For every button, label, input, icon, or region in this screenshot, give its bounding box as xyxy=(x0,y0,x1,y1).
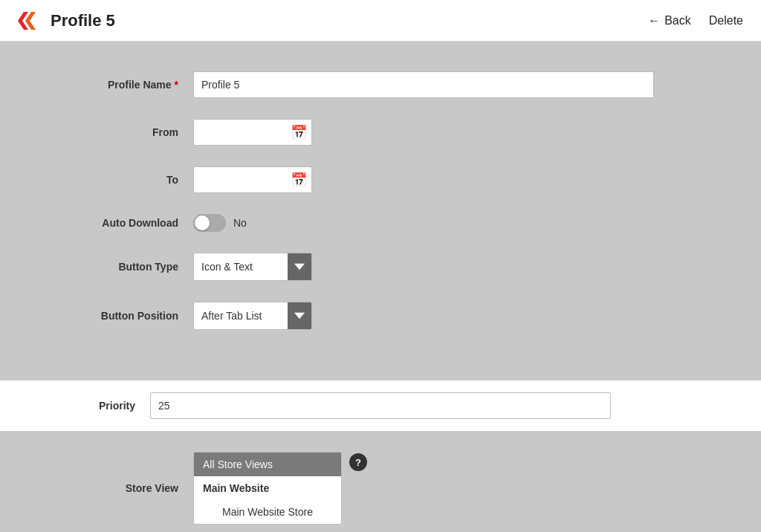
from-control: 📅 xyxy=(193,119,654,146)
from-label: From xyxy=(59,126,193,138)
store-view-option-main-website-store[interactable]: Main Website Store xyxy=(194,500,341,524)
profile-name-input[interactable] xyxy=(193,71,654,98)
back-arrow-icon: ← xyxy=(648,14,660,27)
auto-download-toggle[interactable] xyxy=(193,214,226,232)
button-type-select[interactable]: Icon & Text xyxy=(193,253,312,281)
profile-name-control xyxy=(193,71,654,98)
store-view-row: Store View All Store Views Main Website … xyxy=(59,452,702,525)
chevron-down-icon xyxy=(294,311,305,321)
store-view-wrapper: All Store Views Main Website Main Websit… xyxy=(193,452,654,525)
button-type-value: Icon & Text xyxy=(194,253,288,280)
button-position-label: Button Position xyxy=(59,310,193,322)
priority-row: Priority xyxy=(16,392,745,419)
button-type-control: Icon & Text xyxy=(193,253,654,281)
toggle-knob xyxy=(195,215,210,230)
to-calendar-icon[interactable]: 📅 xyxy=(291,172,307,188)
profile-name-row: Profile Name* xyxy=(59,71,702,98)
profile-name-label: Profile Name* xyxy=(59,79,193,91)
store-view-help-icon[interactable]: ? xyxy=(349,453,367,471)
store-view-option-main-website[interactable]: Main Website xyxy=(194,476,341,500)
button-position-control: After Tab List xyxy=(193,302,654,330)
priority-input[interactable] xyxy=(150,392,611,419)
to-control: 📅 xyxy=(193,166,654,193)
button-type-row: Button Type Icon & Text xyxy=(59,253,702,281)
priority-section: Priority xyxy=(0,380,761,431)
priority-control xyxy=(150,392,611,419)
delete-button[interactable]: Delete xyxy=(709,14,743,27)
page-header: Profile 5 ← Back Delete xyxy=(0,0,761,42)
store-view-section: Store View All Store Views Main Website … xyxy=(0,431,761,525)
page-title: Profile 5 xyxy=(51,11,115,30)
auto-download-value: No xyxy=(233,217,247,229)
header-right: ← Back Delete xyxy=(648,14,743,27)
back-label: Back xyxy=(664,14,691,27)
auto-download-row: Auto Download No xyxy=(59,214,702,232)
from-row: From 📅 xyxy=(59,119,702,146)
required-star: * xyxy=(175,79,178,91)
priority-label: Priority xyxy=(16,400,150,412)
to-row: To 📅 xyxy=(59,166,702,193)
auto-download-label: Auto Download xyxy=(59,217,193,229)
button-position-value: After Tab List xyxy=(194,302,288,329)
to-date-input[interactable] xyxy=(200,174,282,186)
from-date-input[interactable] xyxy=(200,126,282,138)
from-date-wrapper: 📅 xyxy=(193,119,312,146)
chevron-down-icon xyxy=(294,262,305,272)
button-type-label: Button Type xyxy=(59,261,193,273)
button-type-arrow[interactable] xyxy=(288,253,311,280)
store-view-label: Store View xyxy=(59,482,193,494)
button-position-select[interactable]: After Tab List xyxy=(193,302,312,330)
header-left: Profile 5 xyxy=(18,9,115,33)
logo-icon xyxy=(18,9,42,33)
store-view-option-all[interactable]: All Store Views xyxy=(194,452,341,476)
auto-download-toggle-wrapper: No xyxy=(193,214,654,232)
button-position-arrow[interactable] xyxy=(288,302,311,329)
back-button[interactable]: ← Back xyxy=(648,14,691,27)
auto-download-control: No xyxy=(193,214,654,232)
store-view-control: All Store Views Main Website Main Websit… xyxy=(193,452,654,525)
svg-marker-1 xyxy=(25,12,36,30)
form-content: Profile Name* From 📅 To 📅 Auto Download xyxy=(0,42,761,380)
to-label: To xyxy=(59,174,193,186)
from-calendar-icon[interactable]: 📅 xyxy=(291,124,307,140)
store-view-dropdown[interactable]: All Store Views Main Website Main Websit… xyxy=(193,452,342,525)
button-position-row: Button Position After Tab List xyxy=(59,302,702,330)
to-date-wrapper: 📅 xyxy=(193,166,312,193)
